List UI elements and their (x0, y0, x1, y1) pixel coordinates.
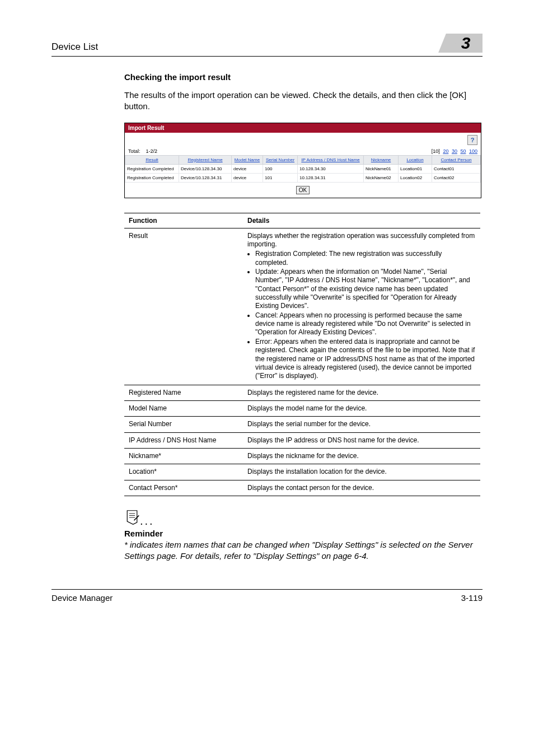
col-loc[interactable]: Location (399, 155, 432, 164)
fn-regname-d: Displays the registered name for the dev… (243, 385, 480, 400)
page-footer: Device Manager 3-119 (51, 589, 483, 603)
panel-title: Import Result (125, 123, 481, 133)
th-details: Details (243, 213, 480, 228)
chapter-number: 3 (461, 34, 471, 53)
col-result[interactable]: Result (125, 155, 179, 164)
fn-loc: Location* (124, 464, 243, 480)
footer-right: 3-119 (461, 593, 483, 603)
fn-ip-d: Displays the IP address or DNS host name… (243, 432, 480, 448)
pager-50[interactable]: 50 (460, 148, 466, 154)
ok-button[interactable]: OK (296, 186, 310, 194)
running-header: Device List 3 (51, 34, 483, 53)
fn-nick-d: Displays the nickname for the device. (243, 449, 480, 464)
fn-contact: Contact Person* (124, 480, 243, 496)
help-icon[interactable]: ? (467, 135, 477, 145)
import-result-screenshot: Import Result ? Total: 1-2/2 [10] 20 30 … (124, 123, 481, 198)
pager-30[interactable]: 30 (452, 148, 457, 154)
col-regname[interactable]: Registered Name (179, 155, 232, 164)
fn-ip: IP Address / DNS Host Name (124, 432, 243, 448)
function-details-table: Function Details Result Displays whether… (124, 213, 480, 497)
col-model[interactable]: Model Name (232, 155, 263, 164)
pager-current: [10] (432, 148, 440, 154)
runhead-title: Device List (51, 41, 98, 53)
col-ip[interactable]: IP Address / DNS Host Name (298, 155, 364, 164)
fn-model: Model Name (124, 400, 243, 416)
table-row: Registration Completed Device/10.128.34.… (125, 173, 481, 182)
fn-loc-d: Displays the installation location for t… (243, 464, 480, 480)
table-row: Registration Completed Device/10.128.34.… (125, 164, 481, 173)
reminder-heading: Reminder (124, 529, 483, 538)
pager-20[interactable]: 20 (443, 148, 448, 154)
header-rule (51, 56, 483, 57)
total-label: Total: 1-2/2 (128, 148, 157, 154)
col-contact[interactable]: Contact Person (432, 155, 481, 164)
col-serial[interactable]: Serial Number (263, 155, 298, 164)
reminder-block: ... Reminder * indicates item names that… (124, 496, 483, 562)
th-function: Function (124, 213, 243, 228)
section-heading: Checking the import result (124, 72, 483, 82)
pager: [10] 20 30 50 100 (432, 148, 477, 154)
ellipsis-icon: ... (140, 515, 154, 527)
fn-serial: Serial Number (124, 417, 243, 432)
fn-regname: Registered Name (124, 385, 243, 400)
note-icon (124, 510, 140, 525)
footer-left: Device Manager (51, 593, 113, 603)
fn-contact-d: Displays the contact person for the devi… (243, 480, 480, 496)
reminder-body: * indicates item names that can be chang… (124, 539, 483, 562)
fn-result: Result (124, 228, 243, 385)
fn-result-details: Displays whether the registration operat… (243, 228, 480, 385)
chapter-badge: 3 (449, 34, 483, 53)
fn-nick: Nickname* (124, 449, 243, 464)
col-nick[interactable]: Nickname (364, 155, 399, 164)
fn-model-d: Displays the model name for the device. (243, 400, 480, 416)
pager-100[interactable]: 100 (469, 148, 477, 154)
fn-serial-d: Displays the serial number for the devic… (243, 417, 480, 432)
result-grid: Result Registered Name Model Name Serial… (125, 155, 481, 183)
section-intro: The results of the import operation can … (124, 90, 483, 113)
